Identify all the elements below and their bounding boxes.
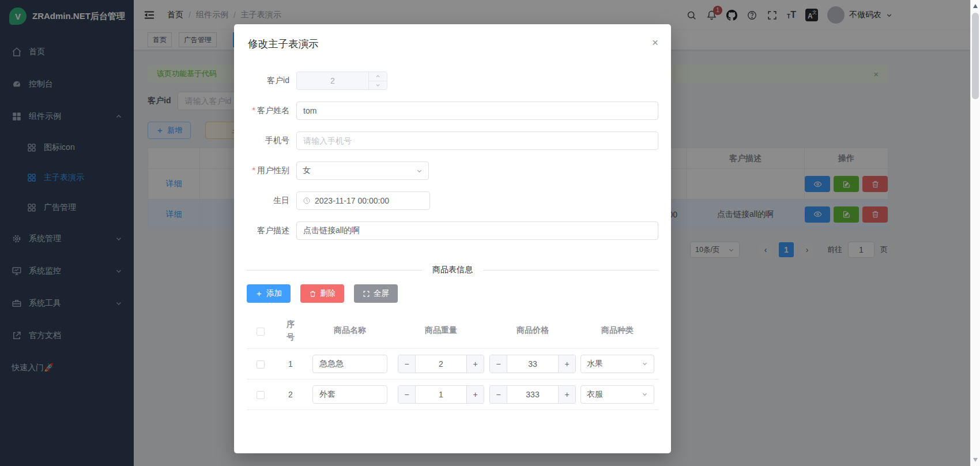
scrollbar-thumb[interactable] <box>972 13 979 99</box>
close-icon[interactable]: × <box>652 37 658 48</box>
header-goods-price: 商品价格 <box>489 313 576 348</box>
gender-select[interactable]: 女 <box>296 161 429 180</box>
row-checkbox[interactable] <box>257 360 265 369</box>
child-table-toolbar: 添加 删除 全屏 <box>247 284 658 303</box>
screen: V ZRAdmin.NET后台管理 首页 控制台 组件示例 <box>0 0 980 466</box>
decrease-button[interactable] <box>369 81 387 90</box>
form-row-customer-id: 客户id 2 <box>247 72 658 90</box>
goods-category-select[interactable]: 水果 <box>581 355 654 373</box>
decrease-button[interactable]: − <box>398 355 416 373</box>
increase-button[interactable]: + <box>558 386 575 403</box>
chevron-up-icon <box>375 74 380 79</box>
child-fullscreen-button[interactable]: 全屏 <box>354 284 398 303</box>
decrease-button[interactable]: − <box>490 355 507 373</box>
customer-id-input[interactable]: 2 <box>296 72 387 90</box>
birthday-date-input[interactable]: 2023-11-17 00:00:00 <box>296 191 430 210</box>
plus-icon <box>255 290 263 298</box>
chevron-down-icon <box>416 168 423 174</box>
dialog-form: 客户id 2 *客户姓名 手机号 *用户性别 <box>247 72 658 240</box>
increase-button[interactable]: + <box>466 355 484 373</box>
form-row-customer-name: *客户姓名 <box>247 102 658 120</box>
goods-name-input[interactable] <box>312 355 387 373</box>
row-index: 2 <box>274 379 307 409</box>
decrease-button[interactable]: − <box>490 386 507 403</box>
field-label: *用户性别 <box>247 166 289 176</box>
row-index: 1 <box>274 348 307 379</box>
section-divider: 商品表信息 <box>247 264 658 276</box>
goods-price-stepper: − + <box>489 385 576 404</box>
row-checkbox[interactable] <box>257 391 265 399</box>
decrease-button[interactable]: − <box>398 386 416 403</box>
price-value-input[interactable] <box>507 386 558 403</box>
customer-name-input[interactable] <box>296 102 658 120</box>
scroll-down-arrow-icon[interactable] <box>973 458 978 462</box>
goods-table: 序号 商品名称 商品重量 商品价格 商品种类 1 − + <box>247 313 658 410</box>
trash-icon <box>309 290 316 298</box>
field-label: 客户id <box>247 76 289 86</box>
goods-header-row: 序号 商品名称 商品重量 商品价格 商品种类 <box>247 313 658 348</box>
field-label: 手机号 <box>247 136 289 146</box>
goods-weight-stepper: − + <box>398 385 484 404</box>
form-row-description: 客户描述 <box>247 221 658 240</box>
weight-value-input[interactable] <box>416 355 466 373</box>
goods-weight-stepper: − + <box>398 355 484 373</box>
header-goods-name: 商品名称 <box>307 313 393 348</box>
scroll-up-arrow-icon[interactable] <box>973 4 978 8</box>
child-add-button[interactable]: 添加 <box>247 284 291 303</box>
goods-name-input[interactable] <box>312 385 387 404</box>
dialog-title: 修改主子表演示 <box>247 37 319 51</box>
phone-input[interactable] <box>296 131 658 150</box>
fullscreen-icon <box>363 290 370 298</box>
increase-button[interactable] <box>369 72 387 81</box>
goods-price-stepper: − + <box>489 355 576 373</box>
increase-button[interactable]: + <box>558 355 575 373</box>
select-all-checkbox[interactable] <box>257 328 265 336</box>
scrollbar[interactable] <box>970 0 980 466</box>
dialog-header: 修改主子表演示 × <box>247 37 658 51</box>
chevron-down-icon <box>375 82 380 88</box>
field-label: 客户描述 <box>247 226 289 236</box>
divider-title: 商品表信息 <box>432 265 473 275</box>
goods-row: 1 − + − + <box>247 348 658 379</box>
form-row-phone: 手机号 <box>247 131 658 150</box>
description-input[interactable] <box>296 221 658 240</box>
chevron-down-icon <box>642 391 648 397</box>
field-label: *客户姓名 <box>247 106 289 116</box>
chevron-down-icon <box>642 360 648 367</box>
header-goods-weight: 商品重量 <box>393 313 489 348</box>
form-row-birthday: 生日 2023-11-17 00:00:00 <box>247 191 658 210</box>
field-label: 生日 <box>247 196 289 206</box>
clock-icon <box>303 197 311 205</box>
goods-category-select[interactable]: 衣服 <box>581 385 654 404</box>
child-delete-button[interactable]: 删除 <box>300 284 344 303</box>
header-index: 序号 <box>286 318 295 344</box>
form-row-gender: *用户性别 女 <box>247 161 658 180</box>
edit-dialog: 修改主子表演示 × 客户id 2 *客户姓名 手机号 <box>234 24 671 453</box>
goods-row: 2 − + − + <box>247 379 658 409</box>
weight-value-input[interactable] <box>416 386 466 403</box>
header-goods-category: 商品种类 <box>576 313 658 348</box>
price-value-input[interactable] <box>507 355 558 373</box>
increase-button[interactable]: + <box>466 386 484 403</box>
